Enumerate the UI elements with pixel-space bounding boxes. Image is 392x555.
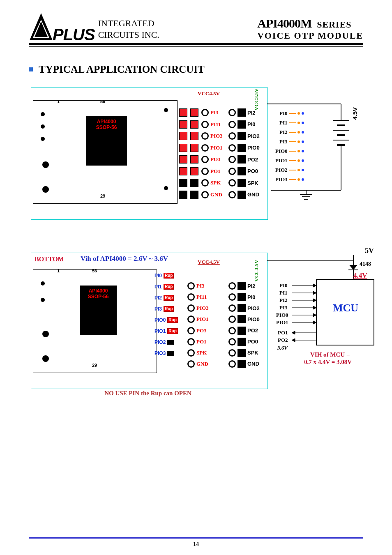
figure2-wrapper: Vih of API4000 = 2.6V ~ 3.6V VCC4.5V VCC… bbox=[29, 253, 363, 397]
fig2-pin56: 56 bbox=[92, 268, 97, 273]
fig1-pin56: 56 bbox=[100, 99, 105, 104]
page-header: PLUS INTEGRATED CIRCUITS INC. API4000M S… bbox=[29, 12, 363, 45]
chip-label1: API4000 bbox=[86, 119, 127, 124]
figure2-caption: NO USE PIN the Rup can OPEN bbox=[29, 390, 267, 397]
series-suffix: SERIES bbox=[317, 19, 351, 30]
logo-mark-icon bbox=[29, 12, 53, 41]
fig1-vcc35-label: VCC3.5V bbox=[253, 88, 260, 111]
fig1-pin1: 1 bbox=[57, 99, 60, 104]
ext2-4.4v: 4.4V bbox=[353, 272, 367, 280]
module-subtitle: VOICE OTP MODULE bbox=[257, 30, 363, 41]
ext2-diode: 4148 bbox=[360, 261, 371, 267]
company-name: INTEGRATED CIRCUITS INC. bbox=[98, 18, 159, 40]
figure2: Vih of API4000 = 2.6V ~ 3.6V VCC4.5V VCC… bbox=[31, 253, 268, 389]
fig1-chip-icon: API4000 SSOP-56 bbox=[86, 116, 127, 166]
svg-marker-25 bbox=[313, 284, 316, 287]
fig2-vih-note: Vih of API4000 = 2.6V ~ 3.6V bbox=[81, 255, 168, 263]
svg-marker-29 bbox=[313, 299, 316, 302]
header-thin-rule bbox=[29, 46, 363, 47]
mcu-label: MCU bbox=[333, 302, 358, 314]
series-line: API4000M SERIES bbox=[257, 16, 363, 30]
company-line2: CIRCUITS INC. bbox=[98, 29, 159, 41]
fig2-pin1: 1 bbox=[57, 268, 60, 273]
ext2-vih-l1: VIH of MCU = bbox=[310, 351, 350, 358]
figure2-external-circuit: 5V bbox=[267, 244, 382, 392]
fig1-pin29: 29 bbox=[100, 193, 105, 198]
aplus-logo: PLUS bbox=[29, 12, 95, 41]
ext2-3.6v: 3.6V bbox=[277, 345, 288, 351]
svg-marker-35 bbox=[313, 321, 316, 324]
fig2-chip-icon: API4000 SSOP-56 bbox=[80, 286, 117, 335]
footer-rule bbox=[29, 537, 363, 539]
section-bullet-icon bbox=[29, 67, 33, 71]
company-line1: INTEGRATED bbox=[98, 18, 159, 29]
fig1-header-col1: PI3 PI11 PIO3 PIO1 PO3 PO1 SPK GND bbox=[179, 108, 223, 199]
fig1-header-col2: PI2 PI0 PIO2 PIO0 PO2 PO0 SPK GND bbox=[228, 108, 260, 199]
logo-text: PLUS bbox=[53, 26, 95, 43]
header-title-block: API4000M SERIES VOICE OTP MODULE bbox=[257, 16, 363, 41]
fig2-pin29: 29 bbox=[92, 363, 97, 368]
figure1: VCC4.5V VCC3.5V 1 56 29 API4000 SSOP-56 bbox=[31, 88, 268, 220]
rup-icon: Rup bbox=[164, 273, 174, 279]
page-number: 14 bbox=[0, 541, 392, 548]
fig1-vcc45-label: VCC4.5V bbox=[198, 90, 220, 97]
fig2-bottom-label: BOTTOM bbox=[35, 256, 64, 263]
figure1-wrapper: VCC4.5V VCC3.5V 1 56 29 API4000 SSOP-56 bbox=[29, 88, 363, 220]
fig2-vcc45-label: VCC4.5V bbox=[198, 259, 220, 265]
svg-marker-31 bbox=[313, 306, 316, 309]
fig1-pcb: 1 56 29 API4000 SSOP-56 bbox=[33, 100, 178, 204]
svg-marker-33 bbox=[313, 313, 316, 317]
section-heading: TYPICAL APPLICATION CIRCUIT bbox=[29, 64, 363, 75]
figure1-external-circuit: 4.5V PI0 PI1 PI2 PI3 PIO0 PIO1 PIO2 PIO3 bbox=[267, 88, 374, 219]
section-heading-text: TYPICAL APPLICATION CIRCUIT bbox=[39, 64, 205, 75]
fig2-vcc35-label: VCC3.5V bbox=[253, 260, 260, 282]
svg-marker-37 bbox=[292, 331, 295, 334]
series-main: API4000M bbox=[257, 16, 311, 30]
svg-marker-27 bbox=[313, 291, 316, 295]
chip-label2: SSOP-56 bbox=[86, 124, 127, 130]
svg-marker-39 bbox=[292, 339, 295, 342]
fig2-header-col2: PI2 PI0 PIO2 PIO0 PO2 PO0 SPK GND bbox=[228, 282, 260, 368]
fig2-pcb: 1 56 29 API4000 SSOP-56 bbox=[33, 269, 157, 373]
ext2-vih-l2: 0.7 x 4.4V = 3.08V bbox=[304, 359, 352, 366]
svg-marker-19 bbox=[349, 265, 357, 270]
ext1-voltage: 4.5V bbox=[351, 107, 358, 120]
fig2-rup-column: PI0Rup PI1Rup PI2Rup PI3Rup PIO0Rup PIO1… bbox=[154, 272, 178, 357]
fig2-header-col1: PI3 PI11 PIO3 PIO1 PO3 PO1 SPK GND bbox=[187, 282, 209, 368]
